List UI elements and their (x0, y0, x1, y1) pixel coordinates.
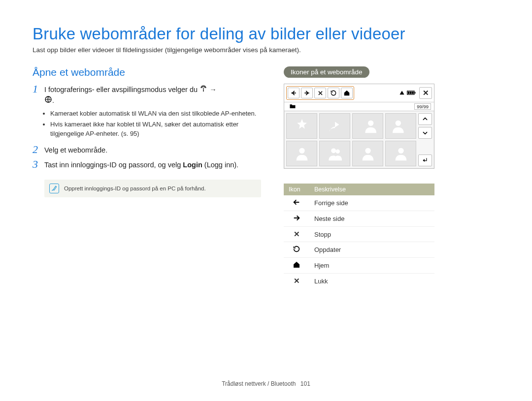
step-3-bold: Login (183, 161, 202, 169)
scroll-down-button[interactable] (418, 127, 432, 139)
status-icons (399, 90, 416, 96)
icon-desc: Hjem (309, 258, 434, 274)
step-3-text-a: Tast inn innloggings-ID og passord, og v… (44, 161, 183, 169)
stop-button[interactable]: ✕ (314, 88, 326, 98)
antenna-icon (200, 85, 207, 95)
bullet-1: Kameraet kobler automatisk til WLAN via … (50, 109, 269, 119)
section-heading: Åpne et webområde (33, 66, 269, 78)
svg-point-7 (395, 121, 400, 126)
page-footer: Trådløst nettverk / Bluetooth 101 (0, 380, 532, 387)
browser-nav-group: ← ✕ (286, 86, 354, 100)
close-icon: ✕ (284, 274, 309, 289)
thumbnail[interactable] (286, 141, 317, 166)
page-subtitle: Last opp bilder eller videoer til fildel… (33, 46, 499, 54)
table-row: Neste side (284, 211, 434, 227)
thumbnail[interactable] (352, 113, 383, 139)
svg-point-9 (331, 148, 336, 153)
svg-rect-5 (412, 92, 414, 94)
home-button[interactable] (341, 88, 353, 98)
icon-desc: Lukk (309, 274, 434, 289)
note-icon (49, 184, 59, 193)
left-column: Åpne et webområde 1 I fotograferings- el… (33, 66, 269, 288)
icon-desc: Forrige side (309, 195, 434, 211)
icon-desc: Oppdater (309, 242, 434, 258)
icon-desc: Stopp (309, 227, 434, 242)
step-1-text-before: I fotograferings- eller avspillingsmodus… (44, 86, 200, 93)
svg-point-8 (299, 148, 304, 154)
right-column: Ikoner på et webområde ← ✕ (284, 66, 499, 288)
return-button[interactable] (418, 154, 432, 166)
svg-rect-2 (415, 92, 416, 93)
step-2: 2 Velg et webområde. (33, 144, 269, 155)
thumbnail[interactable] (385, 141, 416, 166)
svg-point-6 (368, 121, 373, 126)
step-1-bullets: Kameraet kobler automatisk til WLAN via … (33, 109, 269, 139)
thumbnail[interactable] (286, 113, 317, 139)
step-2-text: Velg et webområde. (44, 144, 107, 155)
refresh-icon (284, 242, 309, 258)
step-3-text-b: (Logg inn). (202, 161, 238, 169)
table-header-desc: Beskrivelse (309, 184, 434, 195)
svg-point-10 (335, 150, 340, 154)
back-arrow-icon (284, 195, 309, 211)
note-box: Opprett innloggings-ID og passord på en … (44, 180, 261, 197)
bullet-2: Hvis kameraet ikke har koblet til WLAN, … (50, 120, 269, 139)
arrow-text: → (209, 86, 217, 93)
forward-button[interactable] (301, 88, 313, 98)
svg-rect-3 (408, 92, 410, 94)
battery-icon (407, 90, 416, 96)
table-row: Oppdater (284, 242, 434, 258)
folder-icon (289, 103, 296, 110)
svg-rect-4 (410, 92, 412, 94)
svg-point-12 (398, 148, 403, 154)
table-row: ✕ Lukk (284, 274, 434, 289)
globe-icon (44, 95, 52, 106)
icon-desc: Neste side (309, 211, 434, 227)
step-number: 2 (33, 144, 44, 155)
footer-section: Trådløst nettverk / Bluetooth (222, 380, 296, 387)
note-text: Opprett innloggings-ID og passord på en … (64, 185, 206, 191)
thumbnail[interactable] (319, 113, 350, 139)
home-icon (284, 258, 309, 274)
step-number: 3 (33, 158, 44, 170)
stop-icon: ✕ (284, 227, 309, 242)
thumbnail[interactable] (352, 141, 383, 166)
step-1-text-after: . (52, 96, 54, 104)
table-header-icon: Ikon (284, 184, 309, 195)
page-counter: 99/99 (414, 103, 431, 110)
forward-arrow-icon (284, 211, 309, 227)
close-button[interactable]: ✕ (419, 87, 432, 99)
thumbnail[interactable] (385, 113, 416, 139)
step-3: 3 Tast inn innloggings-ID og passord, og… (33, 158, 269, 170)
page-title: Bruke webområder for deling av bilder el… (33, 25, 499, 43)
refresh-button[interactable] (328, 88, 339, 98)
table-row: ✕ Stopp (284, 227, 434, 242)
icon-description-table: Ikon Beskrivelse Forrige side (284, 184, 434, 288)
signal-icon (399, 90, 405, 96)
thumbnail-grid (286, 113, 416, 166)
table-row: Forrige side (284, 195, 434, 211)
step-1: 1 I fotograferings- eller avspillingsmod… (33, 83, 269, 106)
icons-section-pill: Ikoner på et webområde (284, 66, 369, 78)
step-number: 1 (33, 83, 44, 106)
svg-point-11 (365, 148, 370, 154)
scroll-up-button[interactable] (418, 113, 432, 125)
footer-page-number: 101 (300, 380, 310, 387)
table-row: Hjem (284, 258, 434, 274)
back-button[interactable]: ← (288, 88, 299, 98)
thumbnail[interactable] (319, 141, 350, 166)
device-screenshot: ← ✕ (284, 84, 434, 169)
